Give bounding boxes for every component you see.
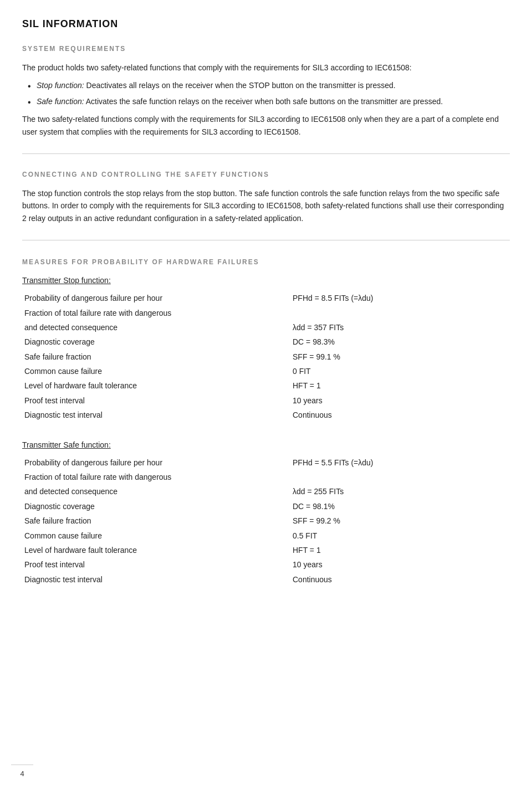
row-label: Common cause failure (22, 364, 290, 378)
connecting-heading: CONNECTING AND CONTROLLING THE SAFETY FU… (22, 170, 510, 179)
row-value: SFF = 99.1 % (290, 350, 510, 364)
row-label: Diagnostic coverage (22, 499, 290, 514)
stop-function-label: Stop function: (37, 81, 84, 90)
table-row: Level of hardware fault tolerance HFT = … (22, 543, 510, 557)
row-value: SFF = 99.2 % (290, 514, 510, 528)
table-row: and detected consequence λdd = 255 FITs (22, 484, 510, 499)
table-row: Probability of dangerous failure per hou… (22, 291, 510, 305)
row-value: 0 FIT (290, 364, 510, 378)
bullet-list: Stop function: Deactivates all relays on… (22, 79, 510, 107)
system-requirements-closing: The two safety-related functions comply … (22, 113, 510, 138)
stop-function-table: Probability of dangerous failure per hou… (22, 291, 510, 423)
row-value: Continuous (290, 572, 510, 587)
list-item: Safe function: Activates the safe functi… (28, 95, 510, 107)
row-label: Diagnostic test interval (22, 408, 290, 422)
row-label: Diagnostic coverage (22, 335, 290, 349)
system-requirements-intro: The product holds two safety-related fun… (22, 61, 510, 74)
table-row: Fraction of total failure rate with dang… (22, 306, 510, 320)
page: SIL INFORMATION SYSTEM REQUIREMENTS The … (0, 0, 532, 790)
row-value: DC = 98.3% (290, 335, 510, 349)
row-label: Safe failure fraction (22, 514, 290, 528)
safe-function-block: Transmitter Safe function: Probability o… (22, 439, 510, 587)
safe-function-text: Activates the safe function relays on th… (86, 97, 443, 106)
table-row: Diagnostic test interval Continuous (22, 408, 510, 422)
row-label: Safe failure fraction (22, 350, 290, 364)
table-row: Level of hardware fault tolerance HFT = … (22, 378, 510, 393)
table-row: Proof test interval 10 years (22, 393, 510, 408)
connecting-paragraph: The stop function controls the stop rela… (22, 187, 510, 224)
row-value: PFHd = 5.5 FITs (=λdu) (290, 455, 510, 470)
table-row: Common cause failure 0.5 FIT (22, 529, 510, 543)
row-label: Diagnostic test interval (22, 572, 290, 587)
stop-function-text: Deactivates all relays on the receiver w… (86, 81, 396, 90)
row-value: 0.5 FIT (290, 529, 510, 543)
page-title: SIL INFORMATION (22, 17, 510, 32)
table-row: Safe failure fraction SFF = 99.1 % (22, 350, 510, 364)
measures-heading: MEASURES FOR PROBABILITY OF HARDWARE FAI… (22, 257, 510, 267)
list-item: Stop function: Deactivates all relays on… (28, 79, 510, 91)
safe-function-table: Probability of dangerous failure per hou… (22, 455, 510, 587)
row-value: HFT = 1 (290, 378, 510, 393)
row-value: HFT = 1 (290, 543, 510, 557)
divider (22, 153, 510, 154)
row-value (290, 470, 510, 484)
row-value: λdd = 357 FITs (290, 320, 510, 335)
table-row: and detected consequence λdd = 357 FITs (22, 320, 510, 335)
stop-function-title: Transmitter Stop function: (22, 275, 510, 286)
row-label: Level of hardware fault tolerance (22, 378, 290, 393)
row-label: and detected consequence (22, 484, 290, 499)
row-label: Probability of dangerous failure per hou… (22, 455, 290, 470)
row-value: 10 years (290, 557, 510, 572)
stop-function-block: Transmitter Stop function: Probability o… (22, 275, 510, 423)
row-label: Proof test interval (22, 557, 290, 572)
row-value: 10 years (290, 393, 510, 408)
row-value (290, 306, 510, 320)
row-label: Proof test interval (22, 393, 290, 408)
row-label: Probability of dangerous failure per hou… (22, 291, 290, 305)
divider (22, 240, 510, 240)
row-label: and detected consequence (22, 320, 290, 335)
table-row: Diagnostic coverage DC = 98.1% (22, 499, 510, 514)
row-label: Common cause failure (22, 529, 290, 543)
row-value: λdd = 255 FITs (290, 484, 510, 499)
table-row: Safe failure fraction SFF = 99.2 % (22, 514, 510, 528)
safe-function-label: Safe function: (37, 97, 84, 106)
table-row: Diagnostic coverage DC = 98.3% (22, 335, 510, 349)
system-requirements-section: SYSTEM REQUIREMENTS The product holds tw… (22, 44, 510, 138)
system-requirements-heading: SYSTEM REQUIREMENTS (22, 44, 510, 54)
table-row: Common cause failure 0 FIT (22, 364, 510, 378)
row-label: Fraction of total failure rate with dang… (22, 306, 290, 320)
page-number: 4 (11, 765, 33, 779)
measures-section: MEASURES FOR PROBABILITY OF HARDWARE FAI… (22, 257, 510, 587)
row-value: PFHd = 8.5 FITs (=λdu) (290, 291, 510, 305)
connecting-section: CONNECTING AND CONTROLLING THE SAFETY FU… (22, 170, 510, 224)
row-label: Fraction of total failure rate with dang… (22, 470, 290, 484)
table-row: Probability of dangerous failure per hou… (22, 455, 510, 470)
row-value: Continuous (290, 408, 510, 422)
row-label: Level of hardware fault tolerance (22, 543, 290, 557)
table-row: Fraction of total failure rate with dang… (22, 470, 510, 484)
table-row: Diagnostic test interval Continuous (22, 572, 510, 587)
row-value: DC = 98.1% (290, 499, 510, 514)
table-row: Proof test interval 10 years (22, 557, 510, 572)
safe-function-title: Transmitter Safe function: (22, 439, 510, 451)
